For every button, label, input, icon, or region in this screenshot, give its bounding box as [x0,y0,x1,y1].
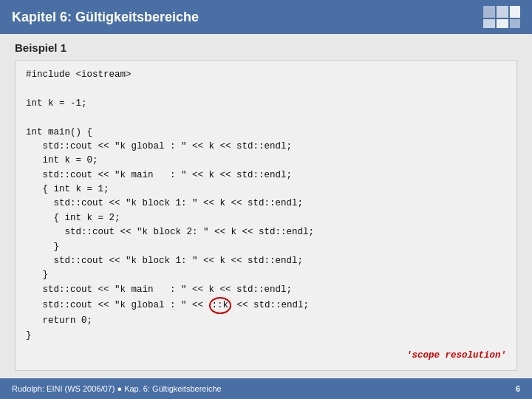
scope-resolution-label: 'scope resolution' [406,349,506,363]
svg-rect-5 [510,19,520,28]
svg-rect-1 [497,6,508,18]
circle-annotation: ::k [209,297,232,314]
svg-rect-4 [497,19,508,28]
slide-container: Kapitel 6: Gültigkeitsbereiche Beispiel … [0,0,532,399]
footer-page-number: 6 [516,384,520,393]
svg-rect-0 [483,6,495,18]
slide-title: Kapitel 6: Gültigkeitsbereiche [12,10,199,25]
svg-rect-2 [510,6,520,18]
slide-footer: Rudolph: EINI (WS 2006/07) ● Kap. 6: Gül… [0,378,532,399]
slide-header: Kapitel 6: Gültigkeitsbereiche [0,0,532,34]
code-line-1: #include <iostream> int k = -1; int main… [26,69,314,341]
university-logo [483,6,520,28]
section-title: Beispiel 1 [15,41,517,54]
footer-citation: Rudolph: EINI (WS 2006/07) ● Kap. 6: Gül… [12,384,222,393]
code-block: #include <iostream> int k = -1; int main… [15,60,517,371]
content-area: Beispiel 1 #include <iostream> int k = -… [0,34,532,378]
svg-rect-3 [483,19,495,28]
